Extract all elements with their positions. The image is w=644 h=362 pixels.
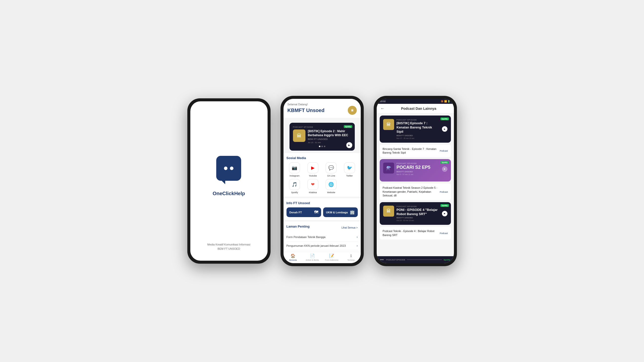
social-youtube[interactable]: ▶ Youtube bbox=[305, 162, 321, 177]
denah-ft-button[interactable]: Denah FT 🗺 bbox=[286, 207, 321, 217]
podcast-card-meta-1: Nov 17 - 35 min 23 sec bbox=[396, 137, 440, 139]
social-instagram[interactable]: 📷 Instagram bbox=[286, 162, 303, 177]
podcast-card-info-1: PODCAST EPISODE [BISTIK] Episode 7 : Ken… bbox=[396, 119, 440, 139]
nav-beranda[interactable]: 🏠 Beranda bbox=[284, 253, 303, 261]
podcast-logo-area: 🏛 [BISTIK] Episode 2 : Mahir Berbahasa I… bbox=[293, 129, 351, 144]
podcast-play-btn-2[interactable]: ▶ bbox=[442, 166, 448, 172]
podcast-list-badge-2: Podcast bbox=[440, 191, 448, 193]
podcast-header: ← Podcast Dan Lainnya bbox=[377, 104, 454, 113]
instagram-icon: 📷 bbox=[289, 162, 300, 173]
laman-item-1[interactable]: Form Pendataan Teknik Bangga › bbox=[286, 233, 358, 242]
splash-screen: OneClickHelp Media Kreatif Komunikasi In… bbox=[190, 101, 268, 261]
welcome-text: Selamat Datang! bbox=[288, 103, 357, 106]
spotify-badge-3: Spotify bbox=[440, 204, 449, 207]
nav-beranda-label: Beranda bbox=[289, 259, 297, 261]
podcast-channel: BEM FT UNSOED bbox=[308, 138, 351, 140]
podcast-list-badge-3: Podcast bbox=[440, 232, 448, 235]
podcast-card-sub-3: BEM FT UNSOED bbox=[396, 217, 440, 219]
social-twitter[interactable]: 🐦 Twitter bbox=[341, 162, 358, 177]
nav-artikel-icon: 📄 bbox=[310, 253, 315, 258]
twitter-label: Twitter bbox=[346, 175, 353, 177]
youtube-icon: ▶ bbox=[308, 162, 318, 173]
podcast-card-label-2: PODCAST EPISODE bbox=[396, 163, 440, 164]
youtube-label: Youtube bbox=[309, 175, 317, 177]
podcast-play-btn-3[interactable]: ▶ bbox=[442, 211, 448, 216]
social-website[interactable]: 🌐 Website bbox=[323, 179, 340, 194]
laman-chevron-1: › bbox=[357, 235, 358, 239]
podcast-dots bbox=[293, 146, 351, 147]
ukm-lembaga-label: UKM & Lembaga bbox=[326, 211, 348, 214]
denah-ft-label: Denah FT bbox=[290, 211, 302, 214]
oa-line-icon: 💬 bbox=[326, 162, 336, 173]
social-oa-line[interactable]: 💬 OA Line bbox=[323, 162, 340, 177]
nav-form-label: Form Adkesma bbox=[325, 259, 338, 261]
nav-artikel[interactable]: 📄 Artikel & Berita bbox=[303, 253, 322, 261]
podcast-card-title-3: PONI - EPISODE 4 "Belajar Robot Bareng S… bbox=[396, 208, 440, 216]
splash-bottom: Media Kreatif Komunikasi Informasi BEM F… bbox=[207, 243, 250, 251]
oa-line-label: OA Line bbox=[327, 175, 335, 177]
podcast-card-2[interactable]: Spotify ⚗️ PODCAST EPISODE POCARI S2 EP5… bbox=[380, 159, 451, 181]
podcast-screen: 10:02 🔕 📶 🔋 ← Podcast Dan Lainnya Spotif… bbox=[377, 99, 454, 263]
podcast-play-btn-1[interactable]: ▶ bbox=[442, 126, 448, 132]
podcast-card-1[interactable]: Spotify 🏛 PODCAST EPISODE [BISTIK] Episo… bbox=[380, 115, 451, 143]
logo-dot-left bbox=[224, 167, 228, 170]
podcast-meta: Jul 15 - 31 min bbox=[308, 141, 351, 144]
phone-splash: OneClickHelp Media Kreatif Komunikasi In… bbox=[187, 98, 270, 264]
social-spotify[interactable]: 🎵 Spotify bbox=[286, 179, 303, 194]
podcast-card-sub-2: BEM FT UNSOED bbox=[396, 171, 440, 173]
phone-podcast: 10:02 🔕 📶 🔋 ← Podcast Dan Lainnya Spotif… bbox=[374, 96, 457, 266]
laman-title: Laman Penting bbox=[286, 225, 310, 228]
podcast-card-row-2: ⚗️ PODCAST EPISODE POCARI S2 EP5 BEM FT … bbox=[383, 163, 448, 175]
ukm-lembaga-button[interactable]: UKM & Lembaga 🏢 bbox=[323, 207, 358, 217]
podcast-card-title-2: POCARI S2 EP5 bbox=[396, 165, 440, 170]
podcast-page-title: Podcast Dan Lainnya bbox=[388, 107, 450, 110]
kitabisa-label: Kitabisa bbox=[309, 191, 317, 194]
mini-player-dots: ••• bbox=[380, 258, 384, 262]
status-icons: 🔕 📶 🔋 bbox=[441, 100, 450, 103]
lihat-semua-link[interactable]: Lihat Semua > bbox=[342, 226, 358, 229]
podcast-card-title-1: [BISTIK] Episode 7 : Kenalan Bareng Tekn… bbox=[396, 121, 440, 134]
app-title: KBMFT Unsoed bbox=[288, 108, 324, 113]
podcast-title: [BISTIK] Episode 2 : Mahir Berbahasa Ing… bbox=[308, 129, 351, 137]
podcast-list-title-1: Bincang Santai Teknik - Episode 7 : Kena… bbox=[383, 147, 438, 155]
social-grid: 📷 Instagram ▶ Youtube 💬 OA Line bbox=[286, 162, 358, 194]
mini-player-bar bbox=[407, 259, 442, 260]
social-kitabisa[interactable]: ❤ Kitabisa bbox=[305, 179, 321, 194]
app-header: Selamat Datang! KBMFT Unsoed 🏛 bbox=[284, 99, 361, 118]
nav-form[interactable]: 📝 Form Adkesma bbox=[322, 253, 342, 261]
info-grid: Denah FT 🗺 UKM & Lembaga 🏢 bbox=[286, 207, 358, 217]
scroll-content: Spotify PODCAST EPISODE 🏛 [BISTIK] Episo… bbox=[284, 118, 361, 252]
laman-item-2[interactable]: Pengumuman KKN periode januari-februari … bbox=[286, 242, 358, 250]
status-bar: 10:02 🔕 📶 🔋 bbox=[377, 99, 454, 104]
laman-item-1-text: Form Pendataan Teknik Bangga bbox=[286, 236, 326, 239]
podcast-play-button[interactable]: ▶ bbox=[346, 142, 352, 148]
mini-player[interactable]: ••• PODCAST EPISODE Spotify bbox=[377, 256, 454, 263]
bottom-nav: 🏠 Beranda 📄 Artikel & Berita 📝 Form Adke… bbox=[284, 252, 361, 263]
nav-tentang[interactable]: ℹ Tentang bbox=[341, 253, 361, 261]
kitabisa-icon: ❤ bbox=[308, 179, 318, 190]
spotify-badge-2: Spotify bbox=[440, 161, 449, 164]
status-time: 10:02 bbox=[380, 100, 386, 103]
website-label: Website bbox=[327, 191, 335, 194]
podcast-card-sub-1: BEM FT UNSOED bbox=[396, 134, 440, 137]
back-button[interactable]: ← bbox=[381, 106, 385, 111]
header-logo: 🏛 bbox=[348, 106, 357, 115]
phone-main: Selamat Datang! KBMFT Unsoed 🏛 Spotify P… bbox=[280, 96, 364, 266]
podcast-list-item-1[interactable]: Bincang Santai Teknik - Episode 7 : Kena… bbox=[380, 145, 451, 157]
spotify-badge: Spotify bbox=[344, 125, 352, 128]
podcast-list-item-2[interactable]: Podcast Kastrat Teknik Season 2 Episode … bbox=[380, 183, 451, 200]
info-ft-title: Info FT Unsoed bbox=[286, 201, 358, 205]
dot-1 bbox=[319, 146, 320, 147]
podcast-card-3[interactable]: Spotify 🏛 PODCAST EPISODE PONI - EPISODE… bbox=[380, 202, 451, 225]
podcast-list-item-3[interactable]: Podcast Teknik - Episode 4 : Belajar Rob… bbox=[380, 227, 451, 240]
podcast-card-row-1: 🏛 PODCAST EPISODE [BISTIK] Episode 7 : K… bbox=[383, 119, 448, 139]
podcast-banner[interactable]: Spotify PODCAST EPISODE 🏛 [BISTIK] Episo… bbox=[290, 123, 355, 151]
social-title: Sosial Media bbox=[286, 156, 358, 160]
laman-chevron-2: › bbox=[357, 244, 358, 248]
logo-dots bbox=[224, 167, 234, 170]
ukm-lembaga-icon: 🏢 bbox=[350, 210, 355, 215]
laman-item-2-text: Pengumuman KKN periode januari-februari … bbox=[286, 244, 346, 247]
laman-penting-section: Laman Penting Lihat Semua > Form Pendata… bbox=[284, 222, 361, 252]
nav-artikel-label: Artikel & Berita bbox=[306, 259, 319, 261]
podcast-thumbnail: 🏛 bbox=[293, 129, 306, 142]
